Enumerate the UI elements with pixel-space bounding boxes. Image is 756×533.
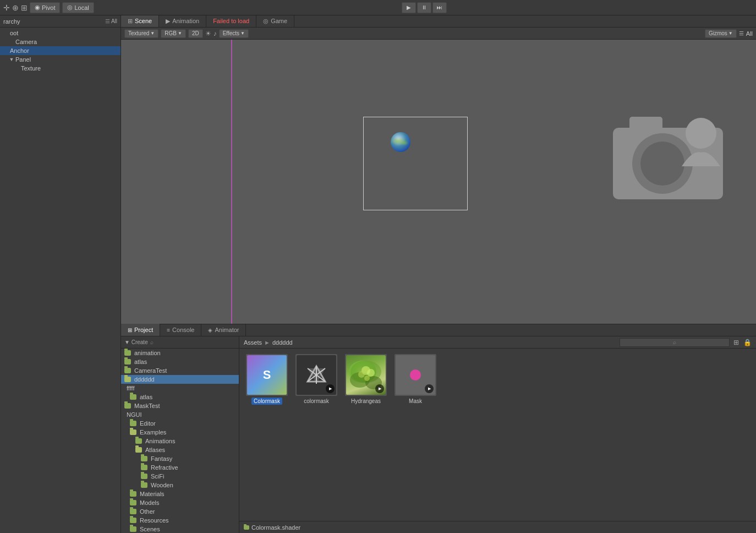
project-item-cameratest[interactable]: CameraTest xyxy=(121,366,239,375)
asset-label-hydrangeas: Hydrangeas xyxy=(351,398,381,404)
tab-failed[interactable]: Failed to load xyxy=(206,15,256,27)
hierarchy-item-anchor[interactable]: Anchor xyxy=(0,46,120,55)
pause-button[interactable]: ⏸ xyxy=(417,2,431,13)
move-icon: ⊕ xyxy=(12,3,19,12)
hierarchy-header: rarchy ☰ All xyxy=(0,15,120,28)
hierarchy-item-texture[interactable]: Texture xyxy=(0,64,120,73)
project-item-scenes[interactable]: Scenes xyxy=(121,525,239,533)
hierarchy-all: ☰ All xyxy=(105,18,117,24)
tab-console[interactable]: ≡ Console xyxy=(160,324,201,336)
hierarchy-items: oot Camera Anchor ▼ xyxy=(0,28,120,533)
lock-icon[interactable]: 🔒 xyxy=(743,338,752,347)
tab-animation[interactable]: ▶ Animation xyxy=(159,15,206,27)
local-button[interactable]: ◎ Local xyxy=(62,2,94,13)
project-item-models[interactable]: Models xyxy=(121,498,239,507)
scene-tab-icon: ⊞ xyxy=(128,18,133,25)
folder-icon xyxy=(141,465,147,470)
gizmos-button[interactable]: Gizmos ▼ xyxy=(705,29,737,38)
dropdown-icon: ▼ xyxy=(178,31,182,36)
scene-rect xyxy=(363,117,468,210)
asset-item-colormask-unity[interactable]: ▶ colormask xyxy=(294,354,338,404)
scene-globe xyxy=(391,132,410,152)
svg-rect-3 xyxy=(629,117,662,130)
project-item-ngui[interactable]: NGUI xyxy=(121,410,239,419)
project-item-other[interactable]: Other xyxy=(121,507,239,516)
project-item-fffff[interactable]: fffff xyxy=(121,384,239,393)
asset-item-hydrangeas[interactable]: ▶ Hydrangeas xyxy=(344,354,388,404)
svg-point-2 xyxy=(640,142,684,186)
project-item-animations[interactable]: Animations xyxy=(121,437,239,445)
view-toggle-icon[interactable]: ⊞ xyxy=(732,338,741,347)
project-item-masktest[interactable]: MaskTest xyxy=(121,401,239,410)
game-tab-icon: ◎ xyxy=(263,18,269,25)
breadcrumb-child[interactable]: dddddd xyxy=(272,339,293,346)
folder-icon xyxy=(141,474,147,479)
project-item-dddddd[interactable]: dddddd xyxy=(121,375,239,384)
folder-icon xyxy=(124,359,131,365)
svg-point-14 xyxy=(358,371,365,378)
project-icons-area: ⌕ ⊞ 🔒 xyxy=(620,338,752,347)
project-item-examples[interactable]: Examples xyxy=(121,428,239,437)
project-item-atlases[interactable]: Atlases xyxy=(121,445,239,454)
create-btn[interactable]: ▼ Create xyxy=(124,339,148,345)
animator-tab-icon: ◈ xyxy=(208,327,212,333)
project-tab-icon: ⊞ xyxy=(128,327,132,333)
play-overlay-icon: ▶ xyxy=(375,384,384,393)
effects-button[interactable]: Effects ▼ xyxy=(219,29,249,38)
folder-icon xyxy=(130,526,136,532)
scene-view[interactable] xyxy=(121,40,756,324)
project-item-animation[interactable]: animation xyxy=(121,349,239,357)
folder-icon xyxy=(124,368,131,373)
project-item-resources[interactable]: Resources xyxy=(121,516,239,525)
tab-game[interactable]: ◎ Game xyxy=(256,15,294,27)
breadcrumb-root[interactable]: Assets xyxy=(244,339,262,346)
folder-icon-open xyxy=(124,377,131,382)
folder-icon xyxy=(141,456,147,461)
light-icon: ☀ xyxy=(205,30,211,37)
project-item-fantasy[interactable]: Fantasy xyxy=(121,454,239,463)
project-item-refractive[interactable]: Refractive xyxy=(121,463,239,472)
pivot-button[interactable]: ◉ Pivot xyxy=(30,2,60,13)
folder-icon-open xyxy=(130,429,136,435)
bottom-status: Colormask.shader xyxy=(239,521,756,533)
center-area: ⊞ Scene ▶ Animation Failed to load ◎ Gam… xyxy=(121,15,756,533)
top-toolbar: ✛ ⊕ ⊞ ◉ Pivot ◎ Local ▶ ⏸ ⏭ xyxy=(0,0,756,15)
status-file-label: Colormask.shader xyxy=(251,524,300,531)
project-item-atlas2[interactable]: atlas xyxy=(121,393,239,401)
project-item-editor[interactable]: Editor xyxy=(121,419,239,428)
asset-item-colormask[interactable]: S Colormask xyxy=(245,354,289,404)
2d-button[interactable]: 2D xyxy=(188,29,203,38)
hierarchy-item-root[interactable]: oot xyxy=(0,29,120,37)
project-top-bar: Assets ► dddddd ⌕ ⊞ 🔒 xyxy=(239,336,756,349)
step-button[interactable]: ⏭ xyxy=(432,2,447,13)
project-item-materials[interactable]: Materials xyxy=(121,490,239,498)
asset-thumb-colormask: S xyxy=(246,354,288,396)
tab-project[interactable]: ⊞ Project xyxy=(121,324,160,336)
play-button[interactable]: ▶ xyxy=(402,2,416,13)
asset-thumb-unity: ▶ xyxy=(295,354,337,396)
expand-arrow-icon: ▼ xyxy=(9,57,14,62)
rgb-button[interactable]: RGB ▼ xyxy=(161,29,186,38)
hierarchy-item-camera[interactable]: Camera xyxy=(0,37,120,46)
folder-icon xyxy=(124,350,131,356)
tab-animator[interactable]: ◈ Animator xyxy=(201,324,246,336)
project-item-atlas[interactable]: atlas xyxy=(121,357,239,366)
hierarchy-item-panel[interactable]: ▼ Panel xyxy=(0,55,120,64)
asset-thumb-mask: ▶ xyxy=(395,354,436,396)
breadcrumb: Assets ► dddddd xyxy=(244,339,293,346)
project-main: Assets ► dddddd ⌕ ⊞ 🔒 xyxy=(239,336,756,533)
tab-scene[interactable]: ⊞ Scene xyxy=(121,15,159,27)
project-search-input[interactable]: ⌕ xyxy=(620,338,730,347)
bottom-tabs: ⊞ Project ≡ Console ◈ Animator xyxy=(121,324,756,336)
asset-thumb-hydrangeas: ▶ xyxy=(345,354,387,396)
asset-item-mask[interactable]: ▶ Mask xyxy=(393,354,437,404)
project-item-wooden[interactable]: Wooden xyxy=(121,481,239,490)
dropdown-icon: ▼ xyxy=(240,31,245,36)
folder-icon xyxy=(135,438,142,444)
mask-dot xyxy=(410,369,421,380)
project-item-scifi[interactable]: SciFi xyxy=(121,472,239,481)
folder-icon xyxy=(141,482,147,488)
view-tabs: ⊞ Scene ▶ Animation Failed to load ◎ Gam… xyxy=(121,15,756,28)
asset-label-colormask: Colormask xyxy=(251,398,282,404)
textured-button[interactable]: Textured ▼ xyxy=(124,29,158,38)
